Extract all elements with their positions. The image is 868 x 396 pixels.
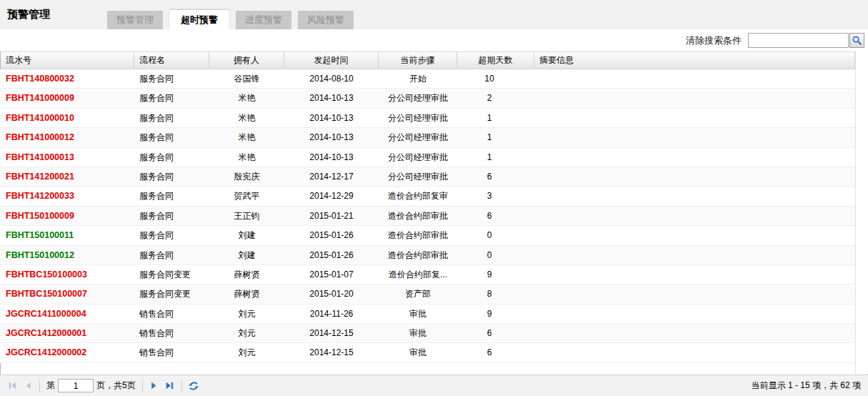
last-page-icon (164, 380, 175, 391)
cell-serial-number[interactable]: JGCRC1412000002 (0, 343, 134, 362)
tab-risk-alert[interactable]: 风险预警 (298, 11, 354, 29)
table-row[interactable]: FBHT141000009 服务合同 米艳 2014-10-13 分公司经理审批… (0, 89, 855, 108)
cell-process-name: 服务合同 (134, 207, 209, 225)
last-page-button[interactable] (164, 380, 176, 392)
cell-owner: 米艳 (209, 89, 284, 107)
table-row[interactable]: JGCRC1411000004 销售合同 刘元 2014-11-26 审批 9 (0, 305, 855, 324)
next-page-button[interactable] (148, 380, 161, 392)
page-suffix-label: 页，共5页 (96, 380, 136, 392)
table-row[interactable]: FBHT141000013 服务合同 米艳 2014-10-13 分公司经理审批… (0, 148, 855, 167)
search-toolbar: 清除搜索条件 (0, 29, 868, 51)
cell-serial-number[interactable]: FBHT141000012 (0, 128, 134, 147)
cell-summary (534, 167, 855, 186)
tab-alert-management[interactable]: 预警管理 (107, 11, 163, 29)
page-prefix-label: 第 (46, 380, 55, 392)
table-row[interactable]: JGCRC1412000002 销售合同 刘元 2014-12-15 审批 6 (0, 343, 855, 362)
table-row[interactable]: FBHT141000012 服务合同 米艳 2014-10-13 分公司经理审批… (0, 128, 855, 147)
cell-start-date: 2014-11-26 (284, 305, 379, 323)
cell-owner: 薛树贤 (209, 284, 284, 303)
column-header-summary[interactable]: 摘要信息 (534, 52, 855, 69)
cell-overdue-days: 0 (457, 246, 534, 264)
divider (142, 380, 143, 392)
cell-serial-number[interactable]: FBHT141000013 (0, 148, 134, 167)
table-row[interactable]: FBHT150100012 服务合同 刘建 2015-01-26 造价合约部审批… (0, 246, 855, 265)
cell-start-date: 2015-01-07 (284, 265, 379, 284)
column-header-process[interactable]: 流程名 (134, 52, 209, 69)
cell-serial-number[interactable]: FBHT141000009 (0, 89, 134, 107)
cell-overdue-days: 8 (457, 284, 534, 303)
divider (39, 380, 40, 392)
cell-owner: 谷国锋 (209, 69, 284, 88)
cell-process-name: 服务合同 (134, 148, 209, 167)
grid-body: FBHT140800032 服务合同 谷国锋 2014-08-10 开始 10 … (0, 69, 868, 363)
table-row[interactable]: FBHT150100009 服务合同 王正钧 2015-01-21 造价合约部审… (0, 207, 855, 226)
cell-serial-number[interactable]: FBHT141200021 (0, 167, 134, 186)
cell-serial-number[interactable]: FBHTBC150100007 (0, 284, 134, 303)
column-header-owner[interactable]: 拥有人 (209, 52, 284, 69)
table-row[interactable]: FBHTBC150100007 服务合同变更 薛树贤 2015-01-20 资产… (0, 284, 855, 304)
cell-process-name: 服务合同变更 (134, 284, 209, 303)
cell-summary (534, 128, 855, 147)
cell-summary (534, 109, 855, 127)
cell-summary (534, 89, 855, 107)
cell-serial-number[interactable]: JGCRC1411000004 (0, 305, 134, 323)
prev-page-button[interactable] (21, 380, 34, 392)
cell-summary (534, 187, 855, 205)
cell-start-date: 2015-01-26 (284, 226, 379, 244)
cell-process-name: 服务合同变更 (134, 265, 209, 284)
cell-process-name: 销售合同 (134, 324, 209, 342)
cell-serial-number[interactable]: FBHT150100009 (0, 207, 134, 225)
table-row[interactable]: FBHTBC150100003 服务合同变更 薛树贤 2015-01-07 造价… (0, 265, 855, 284)
table-row[interactable]: FBHT150100011 服务合同 刘建 2015-01-26 造价合约部审批… (0, 226, 855, 245)
cell-start-date: 2015-01-21 (284, 207, 379, 225)
cell-current-step: 分公司经理审批 (379, 148, 457, 167)
column-header-overdue-days[interactable]: 超期天数 (457, 52, 534, 69)
table-row[interactable]: FBHT141000010 服务合同 米艳 2014-10-13 分公司经理审批… (0, 109, 855, 128)
cell-process-name: 服务合同 (134, 128, 209, 147)
cell-serial-number[interactable]: FBHT150100011 (0, 226, 134, 244)
clear-search-link[interactable]: 清除搜索条件 (686, 34, 742, 47)
prev-page-icon (23, 380, 34, 391)
cell-serial-number[interactable]: FBHT150100012 (0, 246, 134, 264)
column-header-current-step[interactable]: 当前步骤 (379, 52, 457, 69)
cell-serial-number[interactable]: FBHT141000010 (0, 109, 134, 127)
cell-summary (534, 148, 855, 167)
search-input[interactable] (748, 33, 849, 48)
table-row[interactable]: FBHT141200021 服务合同 殷宪庆 2014-12-17 分公司经理审… (0, 167, 855, 187)
cell-serial-number[interactable]: JGCRC1412000001 (0, 324, 134, 342)
cell-start-date: 2014-10-13 (284, 109, 379, 127)
cell-serial-number[interactable]: FBHTBC150100003 (0, 265, 134, 284)
page-number-input[interactable] (58, 379, 94, 392)
cell-owner: 米艳 (209, 109, 284, 127)
cell-current-step: 资产部 (379, 284, 457, 303)
cell-overdue-days: 0 (457, 226, 534, 244)
tab-progress-alert[interactable]: 进度预警 (236, 11, 291, 29)
tab-bar: 预警管理 超时预警 进度预警 风险预警 (107, 10, 360, 29)
scrollbar-track[interactable] (855, 51, 868, 374)
search-button[interactable] (849, 33, 864, 48)
cell-summary (534, 265, 855, 284)
cell-serial-number[interactable]: FBHT140800032 (0, 69, 134, 88)
tab-overtime-alert[interactable]: 超时预警 (169, 10, 229, 29)
cell-overdue-days: 1 (457, 109, 534, 127)
cell-serial-number[interactable]: FBHT141200033 (0, 187, 134, 205)
display-range-info: 当前显示 1 - 15 项，共 62 项 (752, 380, 868, 392)
column-header-start-date[interactable]: 发起时间 (284, 52, 379, 69)
cell-overdue-days: 9 (457, 265, 534, 284)
table-row[interactable]: FBHT140800032 服务合同 谷国锋 2014-08-10 开始 10 (0, 69, 855, 89)
cell-current-step: 审批 (379, 305, 457, 323)
cell-start-date: 2015-01-26 (284, 246, 379, 264)
pagination-bar: 第 页，共5页 当前显示 (0, 375, 868, 396)
column-header-serial[interactable]: 流水号 (0, 52, 134, 69)
table-row[interactable]: FBHT141200033 服务合同 贺武平 2014-12-29 造价合约部复… (0, 187, 855, 206)
next-page-icon (149, 380, 159, 391)
cell-process-name: 销售合同 (134, 305, 209, 323)
first-page-button[interactable] (6, 380, 19, 392)
cell-summary (534, 324, 855, 342)
cell-current-step: 审批 (379, 343, 457, 362)
cell-process-name: 服务合同 (134, 69, 209, 88)
cell-start-date: 2014-12-17 (284, 167, 379, 186)
refresh-button[interactable] (187, 380, 200, 392)
table-row[interactable]: JGCRC1412000001 销售合同 刘元 2014-12-15 审批 6 (0, 324, 855, 343)
divider (181, 380, 182, 392)
